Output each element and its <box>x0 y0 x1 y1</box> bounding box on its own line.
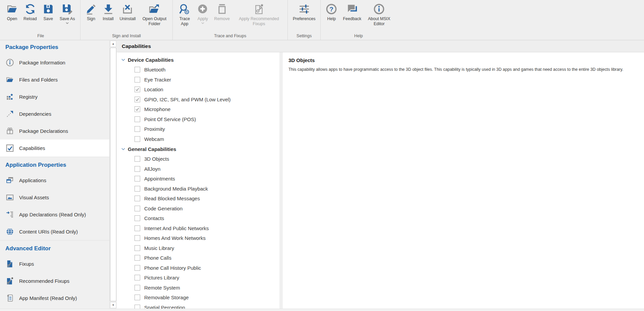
tree-item-3d-objects[interactable]: 3D Objects <box>117 154 279 164</box>
checkbox-3d-objects[interactable] <box>135 156 140 162</box>
tree-item-alljoyn[interactable]: AllJoyn <box>117 164 279 174</box>
checkbox-gpio-i2c-spi-and-pwm-low-level[interactable] <box>135 97 140 102</box>
checkbox-homes-and-work-networks[interactable] <box>135 235 140 241</box>
tree-item-location[interactable]: Location <box>117 85 279 95</box>
checkbox-pictures-library[interactable] <box>135 275 140 280</box>
checkbox-contacts[interactable] <box>135 215 140 221</box>
apply-recommended-fixups-button[interactable]: Apply Recommended Fixups <box>233 2 285 27</box>
tree-item-internet-and-public-networks[interactable]: Internet And Public Networks <box>117 223 279 234</box>
checkbox-read-blocked-messages[interactable] <box>135 196 140 201</box>
toolbar-group-label: Sign and Install <box>80 33 173 40</box>
sidebar-section-advanced-editor: Advanced EditorFixupsRecommended FixupsA… <box>0 240 109 307</box>
tree-group-general-capabilities[interactable]: General Capabilities <box>117 144 279 154</box>
sidebar-item-registry[interactable]: Registry <box>0 88 109 105</box>
scroll-down-icon[interactable]: ▼ <box>110 302 116 308</box>
sidebar-item-visual-assets[interactable]: Visual Assets <box>0 189 109 206</box>
tree-item-point-of-service-pos[interactable]: Point Of Service (POS) <box>117 114 279 124</box>
checkbox-internet-and-public-networks[interactable] <box>135 225 140 231</box>
toolbar-button-label: About MSIX Editor <box>367 16 391 27</box>
tree-item-contacts[interactable]: Contacts <box>117 213 279 223</box>
preferences-sliders-icon <box>299 3 310 15</box>
tree-item-read-blocked-messages[interactable]: Read Blocked Messages <box>117 194 279 204</box>
sidebar-item-dependencies[interactable]: Dependencies <box>0 105 109 122</box>
checkbox-spatial-perception[interactable] <box>135 305 140 309</box>
open-button[interactable]: Open <box>4 2 20 21</box>
tree-item-eye-tracker[interactable]: Eye Tracker <box>117 75 279 85</box>
scrollbar-thumb[interactable] <box>110 48 116 301</box>
checkbox-alljoyn[interactable] <box>135 166 140 172</box>
feedback-button[interactable]: Feedback <box>340 2 364 21</box>
tree-item-proximity[interactable]: Proximity <box>117 124 279 134</box>
sidebar-item-label: Files and Folders <box>19 77 58 83</box>
toolbar-button-label: Open <box>7 16 17 21</box>
tree-item-gpio-i2c-spi-and-pwm-low-level[interactable]: GPIO, I2C, SPI, and PWM (Low Level) <box>117 95 279 105</box>
toolbar-button-label: Sign <box>87 16 95 21</box>
sidebar-item-app-manifest-read-only[interactable]: App Manifest (Read Only) <box>0 290 109 307</box>
tree-item-label: Contacts <box>144 215 164 221</box>
checkbox-eye-tracker[interactable] <box>135 77 140 83</box>
tree-item-appointments[interactable]: Appointments <box>117 174 279 184</box>
checkbox-microphone[interactable] <box>135 106 140 112</box>
install-button[interactable]: Install <box>100 2 116 21</box>
tree-item-spatial-perception[interactable]: Spatial Perception <box>117 303 279 309</box>
sidebar-item-package-information[interactable]: Package Information <box>0 54 109 71</box>
tree-item-microphone[interactable]: Microphone <box>117 104 279 114</box>
save-as-button[interactable]: Save As <box>57 2 77 24</box>
open-output-folder-button[interactable]: Open Output Folder <box>139 2 170 27</box>
tree-item-code-generation[interactable]: Code Generation <box>117 204 279 214</box>
chevron-down-icon[interactable] <box>121 148 125 150</box>
remove-button[interactable]: Remove <box>212 2 232 21</box>
sidebar-item-fixups[interactable]: Fixups <box>0 255 109 272</box>
sidebar-item-package-declarations[interactable]: Package Declarations <box>0 122 109 140</box>
tree-item-phone-call-history-public[interactable]: Phone Call History Public <box>117 263 279 273</box>
tree-item-removable-storage[interactable]: Removable Storage <box>117 293 279 303</box>
tree-item-music-library[interactable]: Music Library <box>117 243 279 253</box>
toolbar-group-trace-and-fixups: Trace AppApplyRemoveApply Recommended Fi… <box>173 0 287 40</box>
sidebar-item-applications[interactable]: Applications <box>0 172 109 189</box>
tree-group-device-capabilities[interactable]: Device Capabilities <box>117 55 279 65</box>
tree-item-pictures-library[interactable]: Pictures Library <box>117 273 279 283</box>
help-button[interactable]: ?Help <box>323 2 339 21</box>
tree-item-bluetooth[interactable]: Bluetooth <box>117 65 279 75</box>
checkbox-background-media-playback[interactable] <box>135 186 140 192</box>
checkbox-proximity[interactable] <box>135 126 140 132</box>
checkbox-phone-call-history-public[interactable] <box>135 265 140 271</box>
tree-item-phone-calls[interactable]: Phone Calls <box>117 253 279 263</box>
tree-item-homes-and-work-networks[interactable]: Homes And Work Networks <box>117 233 279 243</box>
sidebar-item-content-uris-read-only[interactable]: Content URIs (Read Only) <box>0 223 109 240</box>
files-folders-icon <box>6 75 14 84</box>
apply-button[interactable]: Apply <box>195 2 211 24</box>
trace-app-button[interactable]: Trace App <box>175 2 194 27</box>
save-as-icon <box>62 3 73 15</box>
checkbox-code-generation[interactable] <box>135 206 140 211</box>
apply-plus-icon <box>197 3 208 15</box>
sidebar-item-files-and-folders[interactable]: Files and Folders <box>0 71 109 88</box>
about-msix-editor-button[interactable]: About MSIX Editor <box>365 2 393 27</box>
checkbox-music-library[interactable] <box>135 245 140 251</box>
checkbox-location[interactable] <box>135 87 140 92</box>
checkbox-appointments[interactable] <box>135 176 140 182</box>
save-button[interactable]: Save <box>40 2 56 21</box>
reload-button[interactable]: Reload <box>21 2 39 21</box>
uninstall-button[interactable]: Uninstall <box>117 2 138 21</box>
sidebar-scrollbar[interactable]: ▲ ▼ <box>109 40 117 309</box>
tree-item-label: Proximity <box>144 126 165 132</box>
capabilities-tree: Device CapabilitiesBluetoothEye TrackerL… <box>117 52 279 309</box>
checkbox-bluetooth[interactable] <box>135 67 140 72</box>
tree-item-webcam[interactable]: Webcam <box>117 134 279 144</box>
checkbox-point-of-service-pos[interactable] <box>135 116 140 122</box>
tree-item-remote-system[interactable]: Remote System <box>117 283 279 293</box>
chevron-down-icon[interactable] <box>121 59 125 61</box>
sidebar-item-recommended-fixups[interactable]: Recommended Fixups <box>0 272 109 290</box>
sidebar-item-app-declarations-read-only[interactable]: App Declarations (Read Only) <box>0 206 109 223</box>
tree-item-label: 3D Objects <box>144 156 169 162</box>
checkbox-removable-storage[interactable] <box>135 295 140 300</box>
checkbox-webcam[interactable] <box>135 136 140 142</box>
sign-button[interactable]: Sign <box>83 2 99 21</box>
checkbox-phone-calls[interactable] <box>135 255 140 261</box>
tree-item-background-media-playback[interactable]: Background Media Playback <box>117 184 279 194</box>
preferences-button[interactable]: Preferences <box>290 2 318 21</box>
checkbox-remote-system[interactable] <box>135 285 140 291</box>
sidebar-item-capabilities[interactable]: Capabilities <box>0 140 109 157</box>
scroll-up-icon[interactable]: ▲ <box>110 41 116 47</box>
